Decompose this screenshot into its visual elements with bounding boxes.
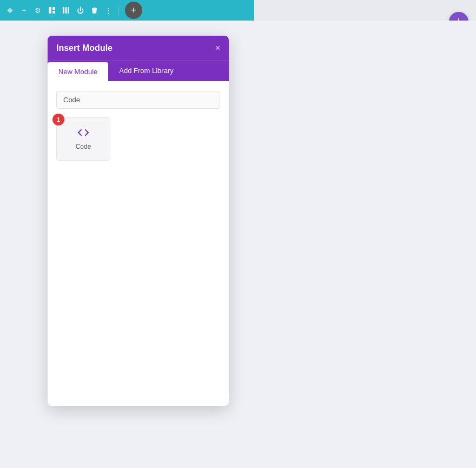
power-icon[interactable]: ⏻: [75, 5, 85, 16]
svg-rect-1: [52, 7, 55, 10]
add-circle-button[interactable]: +: [125, 2, 142, 19]
module-item-label: Code: [76, 143, 91, 150]
svg-rect-3: [63, 7, 64, 14]
trash-icon[interactable]: [89, 5, 100, 16]
layout-icon[interactable]: [47, 5, 57, 16]
modal-title: Insert Module: [56, 43, 113, 53]
insert-module-modal: Insert Module × New Module Add From Libr…: [48, 36, 229, 406]
toolbar-divider: [118, 5, 118, 15]
module-grid: 1 Code: [56, 117, 220, 161]
svg-rect-0: [49, 7, 51, 14]
svg-rect-2: [52, 11, 55, 14]
top-toolbar: ✥ ＋ ⚙ ⏻ ⋮ +: [0, 0, 254, 21]
svg-rect-5: [68, 7, 69, 14]
move-icon[interactable]: ✥: [4, 5, 15, 16]
module-search-input[interactable]: [56, 91, 220, 109]
settings-icon[interactable]: ⚙: [32, 5, 43, 16]
plus-icon[interactable]: ＋: [18, 5, 29, 16]
more-icon[interactable]: ⋮: [103, 5, 114, 16]
tab-add-from-library[interactable]: Add From Library: [108, 61, 184, 81]
search-container: [56, 91, 220, 109]
modal-close-button[interactable]: ×: [215, 44, 220, 52]
main-canvas: Insert Module × New Module Add From Libr…: [0, 21, 476, 468]
columns-icon[interactable]: [61, 5, 71, 16]
module-item-code[interactable]: 1 Code: [56, 117, 110, 161]
tab-new-module[interactable]: New Module: [48, 62, 108, 81]
svg-rect-4: [65, 7, 67, 14]
result-count-badge: 1: [52, 114, 64, 126]
modal-body: 1 Code: [48, 81, 229, 406]
code-icon: [78, 128, 89, 140]
modal-header: Insert Module ×: [48, 36, 229, 61]
modal-tabs: New Module Add From Library: [48, 61, 229, 81]
